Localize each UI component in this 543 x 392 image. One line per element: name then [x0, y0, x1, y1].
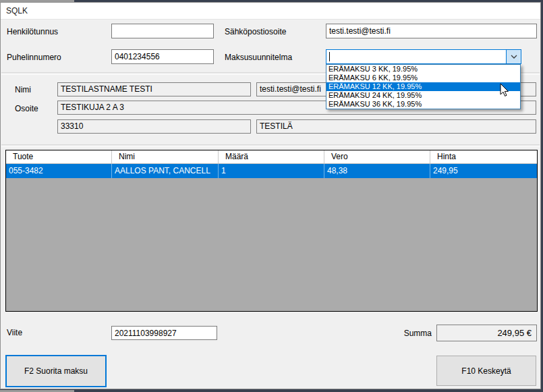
sahkopostiosoite-input[interactable] [326, 24, 537, 38]
chevron-down-icon [511, 55, 517, 59]
viite-label: Viite [7, 328, 22, 337]
viite-input[interactable] [111, 326, 217, 340]
summa-label: Summa [395, 329, 432, 338]
dropdown-option[interactable]: ERÄMAKSU 12 KK, 19.95% [326, 82, 520, 91]
summa-field: 249,95 € [436, 325, 537, 341]
window-title: SQLK [6, 6, 28, 16]
dropdown-option[interactable]: ERÄMAKSU 24 KK, 19.95% [326, 91, 520, 100]
title-bar: SQLK [1, 3, 540, 20]
henkilotunnus-label: Henkilötunnus [7, 27, 58, 36]
puhelinnumero-label: Puhelinnumero [7, 53, 61, 62]
cancel-button[interactable]: F10 Keskeytä [436, 356, 536, 386]
cell-vero: 48,38 [324, 164, 430, 178]
table-header-row: Tuote Nimi Määrä Vero Hinta [6, 150, 537, 164]
section-separator-2 [1, 144, 540, 147]
table-row[interactable]: 055-3482 AALLOS PANT, CANCELL 1 48,38 24… [6, 164, 537, 178]
cell-nimi: AALLOS PANT, CANCELL [112, 164, 219, 178]
products-table[interactable]: Tuote Nimi Määrä Vero Hinta 055-3482 AAL… [5, 150, 538, 312]
maksusuunnitelma-dropdown-list: ERÄMAKSU 3 KK, 19.95% ERÄMAKSU 6 KK, 19.… [326, 64, 521, 109]
cell-maara: 1 [219, 164, 324, 178]
maksusuunnitelma-label: Maksusuunnitelma [225, 53, 292, 62]
sahkopostiosoite-label: Sähköpostiosoite [225, 27, 286, 36]
mouse-cursor-icon [500, 83, 509, 97]
maksusuunnitelma-combobox[interactable] [326, 49, 521, 64]
customer-postal-code-field: 33310 [57, 119, 251, 134]
cell-hinta: 249,95 [430, 164, 537, 178]
nimi-label: Nimi [15, 85, 31, 94]
submit-payment-button[interactable]: F2 Suorita maksu [5, 355, 107, 387]
column-header-nimi: Nimi [112, 150, 219, 163]
cell-tuote: 055-3482 [6, 164, 112, 178]
customer-name-field: TESTILASTNAME TESTI [57, 82, 251, 96]
dropdown-option[interactable]: ERÄMAKSU 6 KK, 19.95% [326, 74, 520, 82]
osoite-label: Osoite [15, 104, 38, 113]
text-caret [329, 52, 330, 61]
column-header-maara: Määrä [219, 150, 324, 163]
column-header-tuote: Tuote [6, 150, 112, 163]
column-header-vero: Vero [324, 150, 430, 163]
henkilotunnus-input[interactable] [111, 24, 214, 38]
dropdown-option[interactable]: ERÄMAKSU 3 KK, 19.95% [326, 65, 520, 74]
puhelinnumero-input[interactable] [111, 49, 214, 64]
screen: SQLK Henkilötunnus Sähköpostiosoite Puhe… [0, 0, 543, 392]
customer-city-field: TESTILÄ [256, 119, 536, 134]
column-header-hinta: Hinta [430, 150, 537, 163]
combo-dropdown-button[interactable] [506, 50, 521, 63]
dropdown-option[interactable]: ERÄMAKSU 36 KK, 19.95% [326, 100, 520, 109]
